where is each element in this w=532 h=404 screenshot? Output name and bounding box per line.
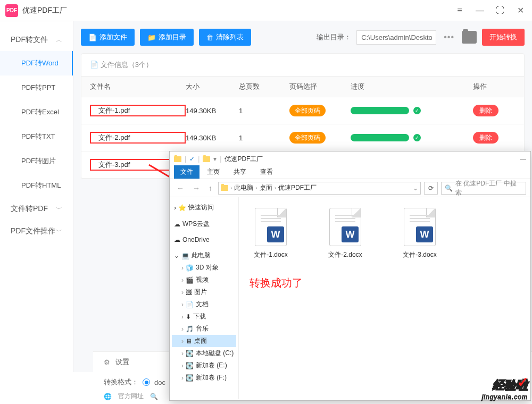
footer: 🌐 官方网址 🔍 xyxy=(93,390,169,403)
check-icon: ✓ xyxy=(413,107,421,114)
sidebar-item-pdf-to-html[interactable]: PDF转HTML xyxy=(0,173,73,198)
format-value: doc xyxy=(154,378,165,386)
back-button[interactable]: ← xyxy=(174,183,187,193)
address-bar[interactable]: › 此电脑› 桌面› 优速PDF工厂 ⌄ xyxy=(218,182,421,195)
explorer-file-pane[interactable]: W 文件-1.docx W 文件-2.docx W 文件-3.docx 转换成功… xyxy=(239,197,530,399)
docx-icon: W xyxy=(329,208,361,246)
breadcrumb[interactable]: 此电脑 xyxy=(234,183,253,192)
col-pages: 总页数 xyxy=(239,82,289,91)
tree-quick-access[interactable]: › ⭐ 快速访问 xyxy=(172,201,236,214)
official-site-link[interactable]: 官方网址 xyxy=(118,392,144,401)
table-row[interactable]: 文件-1.pdf 149.30KB 1 全部页码 ✓ 删除 xyxy=(81,97,524,124)
page-select-button[interactable]: 全部页码 xyxy=(289,105,326,116)
file-pages-cell: 1 xyxy=(239,107,289,115)
tab-file[interactable]: 文件 xyxy=(174,165,200,179)
maximize-button[interactable]: ⛶ xyxy=(494,4,506,17)
file-pages-cell: 1 xyxy=(239,134,289,142)
tree-disk-e[interactable]: › 💽 新加卷 (E:) xyxy=(172,359,236,372)
file-name-cell: 文件-2.pdf xyxy=(90,132,186,144)
tree-music[interactable]: › 🎵 音乐 xyxy=(172,323,236,335)
search-placeholder: 在 优速PDF工厂 中搜索 xyxy=(455,179,522,197)
add-file-button[interactable]: 📄 添加文件 xyxy=(81,29,135,46)
chevron-up-icon: ︿ xyxy=(56,36,62,45)
table-row[interactable]: 文件-2.pdf 149.30KB 1 全部页码 ✓ 删除 xyxy=(81,124,524,152)
sidebar-item-pdf-to-ppt[interactable]: PDF转PPT xyxy=(0,75,73,100)
add-dir-button[interactable]: 📁 添加目录 xyxy=(140,29,194,46)
success-annotation: 转换成功了 xyxy=(250,276,303,290)
gear-icon[interactable]: ⚙ xyxy=(104,358,110,366)
checkmark-icon: ✓ xyxy=(517,374,529,391)
sidebar-cat-file-to-pdf[interactable]: 文件转PDF ﹀ xyxy=(0,198,73,220)
close-button[interactable]: ✕ xyxy=(514,4,527,17)
sidebar-item-pdf-to-txt[interactable]: PDF转TXT xyxy=(0,124,73,149)
minimize-button[interactable]: — xyxy=(473,4,486,17)
tree-disk-f[interactable]: › 💽 新加卷 (F:) xyxy=(172,372,236,384)
tree-onedrive[interactable]: ☁ OneDrive xyxy=(172,234,236,245)
more-icon[interactable]: ••• xyxy=(442,31,456,43)
tree-disk-c[interactable]: › 💽 本地磁盘 (C:) xyxy=(172,347,236,359)
menu-icon[interactable]: ≡ xyxy=(453,4,466,17)
tab-view[interactable]: 查看 xyxy=(254,165,279,179)
open-folder-button[interactable] xyxy=(462,31,477,44)
tree-pictures[interactable]: › 🖼 图片 xyxy=(172,286,236,298)
tree-wps[interactable]: ☁ WPS云盘 xyxy=(172,218,236,230)
sidebar-item-pdf-to-excel[interactable]: PDF转Excel xyxy=(0,100,73,124)
watermark-url: jingyanla.com xyxy=(482,393,528,401)
forward-button[interactable]: → xyxy=(190,183,203,193)
tab-share[interactable]: 共享 xyxy=(227,165,253,179)
check-icon: ✓ xyxy=(413,134,421,141)
watermark: 经验啦 ✓ jingyanla.com xyxy=(482,377,528,401)
folder-icon xyxy=(174,156,181,162)
file-explorer-window: |✓| ▾| 优速PDF工厂 — 文件 主页 共享 查看 ← → ↑ › 此电脑… xyxy=(169,151,531,401)
chevron-down-icon: ﹀ xyxy=(56,205,62,214)
folder-icon xyxy=(221,185,228,191)
explorer-ribbon-tabs: 文件 主页 共享 查看 xyxy=(170,166,530,179)
toolbar: 📄 添加文件 📁 添加目录 🗑 清除列表 输出目录： C:\Users\admi… xyxy=(81,29,525,46)
progress-bar xyxy=(351,107,409,114)
sidebar-cat-label: 文件转PDF xyxy=(11,204,48,214)
delete-button[interactable]: 删除 xyxy=(473,132,498,144)
clear-list-button[interactable]: 🗑 清除列表 xyxy=(199,29,251,46)
sidebar-item-pdf-to-image[interactable]: PDF转图片 xyxy=(0,149,73,173)
output-dir-label: 输出目录： xyxy=(317,32,351,42)
explorer-search[interactable]: 🔍 在 优速PDF工厂 中搜索 xyxy=(441,182,526,195)
sidebar-cat-pdf-ops[interactable]: PDF文件操作 ﹀ xyxy=(0,220,73,242)
output-dir-field[interactable]: C:\Users\admin\Deskto xyxy=(356,30,436,45)
breadcrumb[interactable]: 优速PDF工厂 xyxy=(278,183,317,192)
start-convert-button[interactable]: 开始转换 xyxy=(482,29,525,46)
up-button[interactable]: ↑ xyxy=(206,183,215,193)
tree-downloads[interactable]: › ⬇ 下载 xyxy=(172,310,236,323)
docx-icon: W xyxy=(255,208,287,246)
folder-icon xyxy=(203,156,210,162)
settings-label: 设置 xyxy=(115,357,129,367)
col-size: 大小 xyxy=(186,82,239,91)
tree-desktop[interactable]: › 🖥 桌面 xyxy=(172,335,236,347)
tab-home[interactable]: 主页 xyxy=(201,165,226,179)
sidebar-cat-pdf-to-file[interactable]: PDF转文件 ︿ xyxy=(0,29,73,51)
explorer-title: 优速PDF工厂 xyxy=(225,155,263,164)
file-item[interactable]: W 文件-1.docx xyxy=(244,208,297,259)
sidebar: PDF转文件 ︿ PDF转Word PDF转PPT PDF转Excel PDF转… xyxy=(0,21,73,372)
sidebar-item-pdf-to-word[interactable]: PDF转Word xyxy=(0,51,73,75)
breadcrumb[interactable]: 桌面 xyxy=(260,183,272,192)
file-name-cell: 文件-1.pdf xyxy=(90,105,186,116)
format-radio[interactable] xyxy=(143,378,150,386)
chevron-down-icon[interactable]: ⌄ xyxy=(413,184,418,192)
refresh-button[interactable]: ⟳ xyxy=(424,182,438,195)
search-icon[interactable]: 🔍 xyxy=(150,393,158,400)
page-select-button[interactable]: 全部页码 xyxy=(289,132,326,144)
tree-3d-objects[interactable]: › 🧊 3D 对象 xyxy=(172,262,236,274)
file-item[interactable]: W 文件-3.docx xyxy=(393,208,446,259)
tree-documents[interactable]: › 📄 文档 xyxy=(172,298,236,310)
file-size-cell: 149.30KB xyxy=(186,134,239,142)
format-label: 转换格式： xyxy=(104,377,138,387)
explorer-titlebar[interactable]: |✓| ▾| 优速PDF工厂 — xyxy=(170,152,530,166)
minimize-button[interactable]: — xyxy=(520,155,526,163)
col-name: 文件名 xyxy=(90,82,186,91)
explorer-tree: › ⭐ 快速访问 ☁ WPS云盘 ☁ OneDrive ⌄ 💻 此电脑 › 🧊 … xyxy=(170,197,239,399)
app-title: 优速PDF工厂 xyxy=(22,6,67,15)
file-item[interactable]: W 文件-2.docx xyxy=(319,208,372,259)
delete-button[interactable]: 删除 xyxy=(473,105,498,116)
tree-videos[interactable]: › 🎬 视频 xyxy=(172,274,236,286)
tree-this-pc[interactable]: ⌄ 💻 此电脑 xyxy=(172,249,236,262)
